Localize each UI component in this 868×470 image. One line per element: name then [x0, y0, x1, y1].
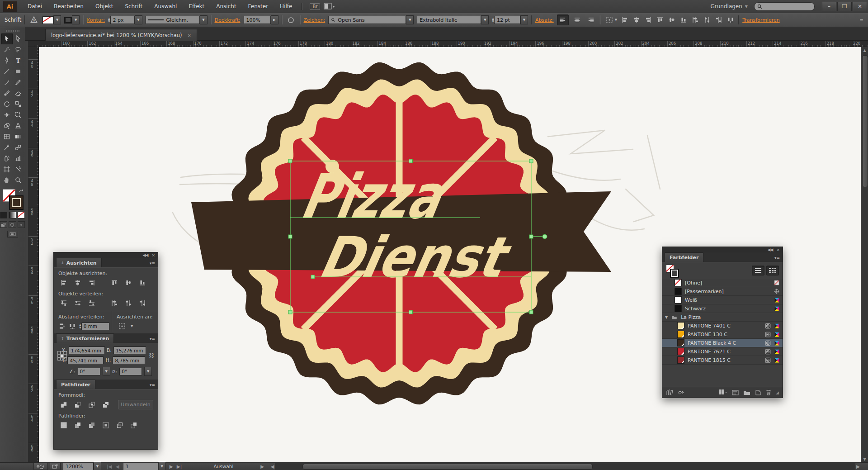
height-field[interactable]: 8,785 mm: [113, 356, 145, 364]
scroll-down-icon[interactable]: ▼: [861, 456, 868, 462]
swatch-row[interactable]: PANTONE 7401 C: [662, 322, 783, 330]
selection-handle[interactable]: [288, 310, 292, 314]
prev-artboard-icon[interactable]: ◀: [116, 464, 119, 469]
scroll-right-icon[interactable]: ▶: [856, 464, 860, 469]
pizza-badge[interactable]: PizzaDienst: [191, 62, 611, 404]
distribute-top-button[interactable]: [58, 299, 69, 308]
symbol-sprayer-tool[interactable]: [1, 153, 13, 164]
selection-handle[interactable]: [288, 235, 292, 238]
x-field[interactable]: 174,654 mm: [69, 347, 105, 354]
chevron-down-icon[interactable]: ▼: [158, 462, 166, 470]
outline-button[interactable]: [114, 421, 125, 430]
close-icon[interactable]: ×: [776, 247, 780, 252]
opacity-label[interactable]: Deckkraft:: [215, 17, 241, 23]
screen-mode-button[interactable]: [0, 231, 25, 237]
align-bottom-icon[interactable]: [679, 15, 688, 25]
close-icon[interactable]: ×: [151, 253, 155, 257]
font-style-dropdown[interactable]: Extrabold Italic ▼: [417, 15, 489, 24]
artboard-nav-icon[interactable]: [33, 463, 48, 470]
distribute-right-icon[interactable]: [714, 15, 723, 25]
draw-inside-button[interactable]: [18, 221, 25, 228]
menu-hilfe[interactable]: Hilfe: [274, 0, 298, 13]
font-family-dropdown[interactable]: Open Sans ▼: [328, 15, 414, 24]
width-profile-dropdown[interactable]: Gleichm. ▼: [146, 15, 208, 24]
shape-builder-tool[interactable]: [1, 120, 13, 131]
zoom-tool[interactable]: [13, 175, 24, 185]
swatch-row[interactable]: Schwarz: [662, 304, 783, 313]
collapse-icon[interactable]: ◀◀: [768, 247, 773, 252]
menu-ansicht[interactable]: Ansicht: [210, 0, 242, 13]
panel-menu-icon[interactable]: ▾≡: [150, 337, 155, 341]
pen-tool[interactable]: [1, 55, 13, 66]
panel-menu-icon[interactable]: ▾≡: [774, 256, 780, 260]
fill-color-picker[interactable]: ▼: [42, 15, 61, 24]
divide-button[interactable]: [58, 421, 69, 430]
space-horizontal-icon[interactable]: [726, 15, 735, 25]
align-right-icon[interactable]: [644, 15, 653, 25]
link-icon[interactable]: [678, 390, 684, 395]
character-label[interactable]: Zeichen:: [304, 17, 326, 23]
next-artboard-icon[interactable]: ▶: [170, 464, 173, 469]
horizontal-scrollbar[interactable]: [275, 463, 855, 470]
stroke-weight-value[interactable]: 2 px: [110, 16, 135, 24]
distribute-bottom-button[interactable]: [86, 299, 97, 308]
panel-grip[interactable]: [6, 30, 19, 32]
zoom-level-field[interactable]: 1200%: [63, 462, 94, 470]
perspective-grid-tool[interactable]: [13, 120, 24, 131]
column-graph-tool[interactable]: [13, 153, 24, 164]
stroke-color-picker[interactable]: ▼: [64, 15, 80, 24]
constrain-proportions-icon[interactable]: ⛓: [149, 352, 154, 359]
menu-objekt[interactable]: Objekt: [90, 0, 119, 13]
scroll-left-icon[interactable]: ◀: [270, 464, 274, 469]
reference-point-grid[interactable]: [57, 351, 59, 360]
align-hcenter-button[interactable]: [72, 278, 83, 287]
align-vcenter-button[interactable]: [123, 278, 134, 287]
swatch-row[interactable]: Weiß: [662, 296, 783, 304]
align-text-center-button[interactable]: [572, 15, 583, 25]
merge-button[interactable]: [86, 421, 97, 430]
grid-view-button[interactable]: [766, 266, 779, 275]
distribute-left-icon[interactable]: [691, 15, 700, 25]
search-input[interactable]: [754, 2, 815, 11]
shear-field[interactable]: 0°: [119, 368, 142, 375]
menu-bearbeiten[interactable]: Bearbeiten: [48, 0, 90, 13]
tab-pathfinder[interactable]: Pathfinder: [56, 380, 95, 389]
font-size-control[interactable]: ▲▼ 12 pt ▼: [492, 15, 528, 24]
eraser-tool[interactable]: [13, 88, 24, 99]
artboard-tool[interactable]: [1, 164, 13, 175]
hand-tool[interactable]: [1, 175, 13, 185]
opacity-value[interactable]: 100%: [244, 16, 271, 24]
magic-wand-tool[interactable]: [1, 44, 13, 55]
scrollbar-thumb[interactable]: [862, 55, 868, 187]
first-artboard-icon[interactable]: |◀: [107, 464, 112, 469]
selection-handle[interactable]: [529, 235, 533, 238]
panel-menu-icon[interactable]: ≡: [860, 18, 863, 23]
trim-button[interactable]: [72, 421, 83, 430]
selection-handle[interactable]: [409, 310, 413, 314]
spacing-value-field[interactable]: 0 mm: [81, 323, 109, 330]
fill-stroke-indicator[interactable]: [3, 189, 23, 209]
menu-schrift[interactable]: Schrift: [119, 0, 148, 13]
mesh-tool[interactable]: [1, 131, 13, 142]
minimize-button[interactable]: –: [822, 2, 836, 11]
direct-selection-tool[interactable]: [13, 33, 24, 44]
selection-handle[interactable]: [409, 159, 413, 163]
draw-behind-button[interactable]: [9, 221, 16, 228]
swatch-kinds-icon[interactable]: [719, 389, 727, 395]
tab-farbfelder[interactable]: Farbfelder: [665, 252, 703, 262]
align-to-dropdown[interactable]: ▼: [604, 15, 617, 25]
intersect-button[interactable]: [86, 400, 97, 409]
y-field[interactable]: 45,741 mm: [67, 356, 104, 364]
restore-button[interactable]: ❐: [837, 2, 852, 11]
stroke-weight-control[interactable]: ▲▼ 2 px ▼: [108, 15, 142, 24]
align-text-right-button[interactable]: [586, 15, 597, 25]
selection-handle[interactable]: [529, 310, 533, 314]
swatch-row[interactable]: [Ohne]: [662, 279, 783, 287]
crop-button[interactable]: [100, 421, 111, 430]
logo-text-line2[interactable]: Dienst: [314, 225, 517, 290]
chevron-down-icon[interactable]: ▼: [94, 462, 101, 470]
document-tab[interactable]: logo-lieferservice.ai* bei 1200 % (CMYK/…: [45, 29, 197, 41]
distribute-hcenter-button[interactable]: [123, 299, 134, 308]
stroke-weight-label[interactable]: Kontur:: [87, 17, 105, 23]
align-right-button[interactable]: [86, 278, 97, 287]
